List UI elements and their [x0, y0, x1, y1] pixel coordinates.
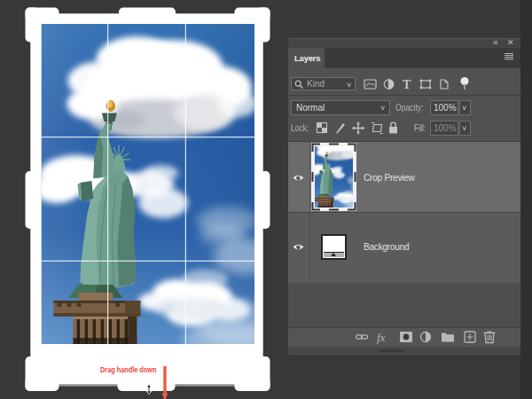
svg-text:Drag handle down: Drag handle down: [100, 364, 157, 374]
